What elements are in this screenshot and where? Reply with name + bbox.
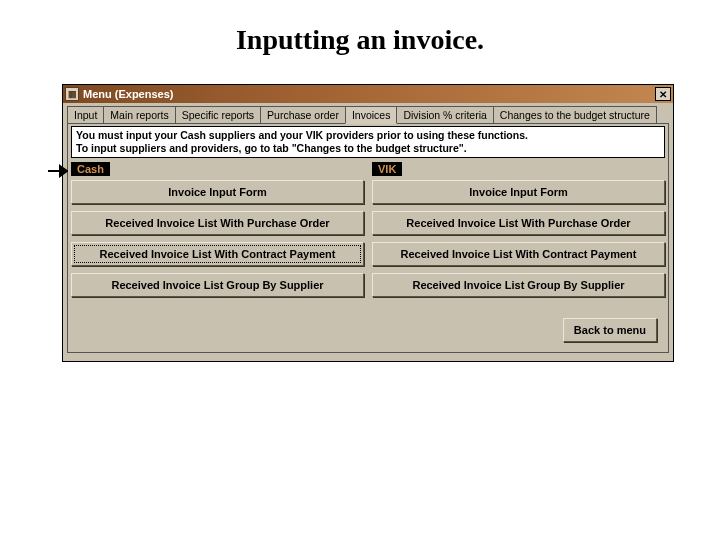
tab-input[interactable]: Input xyxy=(67,106,104,124)
cash-received-invoice-group-supplier-button[interactable]: Received Invoice List Group By Supplier xyxy=(71,273,364,297)
column-cash: Cash Invoice Input Form Received Invoice… xyxy=(71,162,364,304)
tab-invoices[interactable]: Invoices xyxy=(345,106,398,124)
cash-invoice-input-form-button[interactable]: Invoice Input Form xyxy=(71,180,364,204)
app-window: ▦ Menu (Expenses) ✕ Input Main reports S… xyxy=(62,84,674,362)
page-title: Inputting an invoice. xyxy=(0,24,720,56)
tab-division-criteria[interactable]: Division % criteria xyxy=(396,106,493,124)
vik-received-invoice-purchase-order-button[interactable]: Received Invoice List With Purchase Orde… xyxy=(372,211,665,235)
column-header-vik: VIK xyxy=(372,162,402,176)
tab-purchase-order[interactable]: Purchase order xyxy=(260,106,346,124)
window-title: Menu (Expenses) xyxy=(83,88,655,100)
titlebar: ▦ Menu (Expenses) ✕ xyxy=(63,85,673,103)
column-vik: VIK Invoice Input Form Received Invoice … xyxy=(372,162,665,304)
cash-received-invoice-purchase-order-button[interactable]: Received Invoice List With Purchase Orde… xyxy=(71,211,364,235)
vik-received-invoice-group-supplier-button[interactable]: Received Invoice List Group By Supplier xyxy=(372,273,665,297)
vik-received-invoice-contract-payment-button[interactable]: Received Invoice List With Contract Paym… xyxy=(372,242,665,266)
notice-line1: You must input your Cash suppliers and y… xyxy=(76,129,660,142)
window-body: Input Main reports Specific reports Purc… xyxy=(63,103,673,361)
tab-changes-budget[interactable]: Changes to the budget structure xyxy=(493,106,657,124)
vik-invoice-input-form-button[interactable]: Invoice Input Form xyxy=(372,180,665,204)
system-menu-icon: ▦ xyxy=(65,87,79,101)
notice-line2: To input suppliers and providers, go to … xyxy=(76,142,660,155)
columns: Cash Invoice Input Form Received Invoice… xyxy=(71,162,665,304)
tab-panel-invoices: You must input your Cash suppliers and y… xyxy=(67,123,669,353)
back-to-menu-button[interactable]: Back to menu xyxy=(563,318,657,342)
column-header-cash: Cash xyxy=(71,162,110,176)
cash-received-invoice-contract-payment-button[interactable]: Received Invoice List With Contract Paym… xyxy=(71,242,364,266)
tabstrip: Input Main reports Specific reports Purc… xyxy=(67,106,669,124)
close-button[interactable]: ✕ xyxy=(655,87,671,101)
tab-main-reports[interactable]: Main reports xyxy=(103,106,175,124)
tab-specific-reports[interactable]: Specific reports xyxy=(175,106,261,124)
notice-box: You must input your Cash suppliers and y… xyxy=(71,126,665,158)
pointer-arrow-icon xyxy=(48,164,68,178)
footer: Back to menu xyxy=(71,304,665,346)
